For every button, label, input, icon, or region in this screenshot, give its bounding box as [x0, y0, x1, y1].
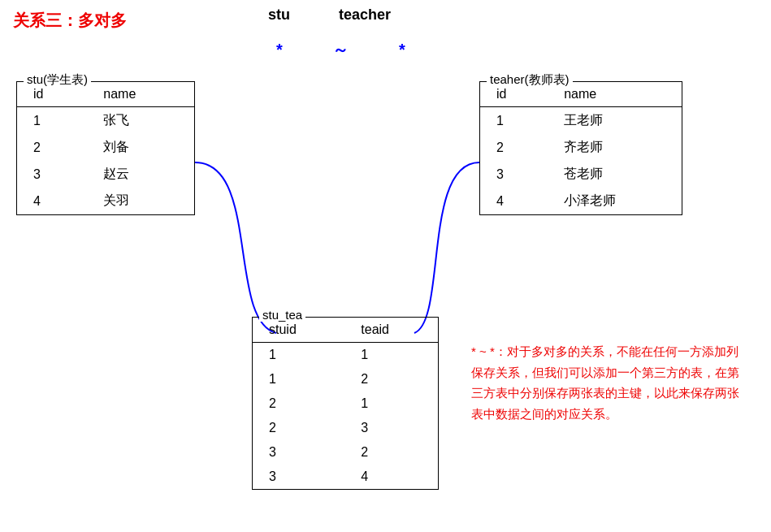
teacher-table-label: teaher(教师表): [487, 72, 573, 88]
stutea-table: stu_tea stuid teaid 111221233234: [252, 317, 439, 490]
table-cell: 3: [253, 440, 344, 465]
table-cell: 1: [344, 343, 438, 368]
table-cell: 2: [480, 134, 548, 161]
table-cell: 1: [17, 107, 87, 135]
table-cell: 2: [253, 416, 344, 440]
table-row: 3苍老师: [480, 161, 682, 188]
teacher-label: teacher: [339, 6, 391, 24]
table-cell: 4: [344, 465, 438, 489]
top-labels: stu teacher: [268, 6, 391, 24]
page-title: 关系三：多对多: [13, 10, 127, 32]
stu-table-label: stu(学生表): [24, 72, 91, 88]
table-cell: 王老师: [548, 107, 682, 135]
table-row: 21: [253, 391, 438, 416]
stu-table: stu(学生表) id name 1张飞2刘备3赵云4关羽: [16, 81, 195, 215]
stutea-table-label: stu_tea: [259, 308, 305, 322]
table-cell: 1: [480, 107, 548, 135]
table-row: 11: [253, 343, 438, 368]
stu-col-name: name: [87, 82, 194, 107]
table-row: 32: [253, 440, 438, 465]
table-cell: 赵云: [87, 161, 194, 188]
table-cell: 张飞: [87, 107, 194, 135]
table-row: 1张飞: [17, 107, 194, 135]
table-row: 4关羽: [17, 188, 194, 214]
teacher-table: teaher(教师表) id name 1王老师2齐老师3苍老师4小泽老师: [479, 81, 682, 215]
table-row: 4小泽老师: [480, 188, 682, 214]
table-cell: 2: [17, 134, 87, 161]
description-box: * ~ *：对于多对多的关系，不能在任何一方添加列保存关系，但我们可以添加一个第…: [471, 341, 747, 424]
table-cell: 2: [344, 440, 438, 465]
stutea-col-teaid: teaid: [344, 318, 438, 343]
table-row: 1王老师: [480, 107, 682, 135]
table-cell: 小泽老师: [548, 188, 682, 214]
table-row: 2齐老师: [480, 134, 682, 161]
table-cell: 齐老师: [548, 134, 682, 161]
table-row: 3赵云: [17, 161, 194, 188]
table-cell: 3: [253, 465, 344, 489]
table-cell: 关羽: [87, 188, 194, 214]
stu-label: stu: [268, 6, 290, 24]
table-cell: 2: [253, 391, 344, 416]
table-cell: 1: [253, 367, 344, 391]
table-cell: 2: [344, 367, 438, 391]
table-cell: 4: [17, 188, 87, 214]
table-cell: 1: [253, 343, 344, 368]
table-row: 23: [253, 416, 438, 440]
table-cell: 3: [480, 161, 548, 188]
table-row: 2刘备: [17, 134, 194, 161]
table-row: 34: [253, 465, 438, 489]
table-cell: 1: [344, 391, 438, 416]
description-text: * ~ *：对于多对多的关系，不能在任何一方添加列保存关系，但我们可以添加一个第…: [471, 344, 739, 421]
star-tilde-star: * ～ *: [276, 39, 428, 61]
table-cell: 4: [480, 188, 548, 214]
table-cell: 3: [344, 416, 438, 440]
main-canvas: 关系三：多对多 stu teacher * ～ * stu(学生表) id na…: [0, 0, 771, 532]
table-row: 12: [253, 367, 438, 391]
table-cell: 苍老师: [548, 161, 682, 188]
table-cell: 刘备: [87, 134, 194, 161]
table-cell: 3: [17, 161, 87, 188]
